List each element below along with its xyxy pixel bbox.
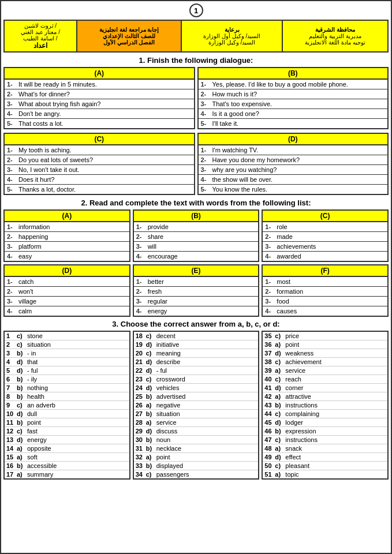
list-item: 4-causes bbox=[263, 306, 387, 316]
list-item: 3-regular bbox=[134, 297, 259, 306]
dialogue-box-a: (A) 1-It will be ready in 5 minutes. 2-W… bbox=[3, 67, 195, 129]
table-row: 39a)service bbox=[263, 366, 387, 375]
table-row: 12c)fast bbox=[5, 427, 129, 436]
answers-col-1: 1c)stone 2c)situation 3b)- in 4d)that 5d… bbox=[3, 331, 130, 480]
table-row: 14a)opposite bbox=[5, 444, 129, 453]
word-list-header-a: (A) bbox=[5, 211, 129, 222]
header-col1: / ثروت لاشين / معتار عبد الغني / اسامة ا… bbox=[4, 20, 77, 52]
list-item: 2-formation bbox=[263, 287, 387, 297]
section1-title: 1. Finish the following dialogue: bbox=[3, 56, 389, 65]
table-row: 28a)service bbox=[134, 418, 259, 427]
list-item: 2-How much is it? bbox=[199, 89, 388, 99]
table-row: 13d)energy bbox=[5, 436, 129, 444]
table-row: 11b)point bbox=[5, 418, 129, 427]
table-row: 31b)necklace bbox=[134, 444, 259, 453]
table-row: 27b)situation bbox=[134, 410, 259, 418]
list-item: 2-share bbox=[134, 232, 259, 242]
list-item: 4-awarded bbox=[263, 252, 387, 261]
section2-title: 2. Read and complete the text with words… bbox=[3, 199, 389, 207]
table-row: 34c)passengers bbox=[134, 470, 259, 478]
table-row: 49d)effect bbox=[263, 453, 387, 462]
table-row: 47c)instructions bbox=[263, 436, 387, 444]
list-item: 4-encourage bbox=[134, 252, 259, 261]
list-item: 3-achievements bbox=[263, 242, 387, 252]
list-item: 3-What about trying fish again? bbox=[5, 99, 194, 109]
dialogue-header-a: (A) bbox=[5, 68, 194, 80]
list-item: 4-Is it a good one? bbox=[199, 109, 388, 119]
list-item: 1-provide bbox=[134, 222, 259, 232]
table-row: 51a)topic bbox=[263, 470, 387, 478]
list-item: 4-Don't be angry. bbox=[5, 109, 194, 119]
list-item: 3-No, I won't take it out. bbox=[5, 165, 194, 175]
list-item: 1-most bbox=[263, 277, 387, 287]
table-row: 46b)expression bbox=[263, 427, 387, 436]
table-row: 6b)- ily bbox=[5, 375, 129, 384]
table-row: 5d)- ful bbox=[5, 366, 129, 375]
table-row: 17a)summary bbox=[5, 470, 129, 478]
list-item: 1-better bbox=[134, 277, 259, 287]
list-item: 5-I'll take it. bbox=[199, 119, 388, 128]
table-row: 30b)noun bbox=[134, 436, 259, 444]
list-item: 2-made bbox=[263, 232, 387, 242]
list-item: 5-Thanks a lot, doctor. bbox=[5, 185, 194, 194]
table-row: 25b)advertised bbox=[134, 392, 259, 401]
dialogue-row-cd: (C) 1-My tooth is aching. 2-Do you eat l… bbox=[3, 133, 389, 195]
word-list-row-abc: (A) 1-information 2-happening 3-platform… bbox=[3, 209, 389, 262]
list-item: 3-village bbox=[5, 297, 129, 306]
dialogue-header-d: (D) bbox=[199, 134, 388, 145]
table-row: 50c)pleasant bbox=[263, 462, 387, 470]
list-item: 2-fresh bbox=[134, 287, 259, 297]
table-row: 33b)displayed bbox=[134, 462, 259, 470]
table-row: 15a)soft bbox=[5, 453, 129, 462]
list-item: 2-Do you eat lots of sweets? bbox=[5, 155, 194, 165]
header-table: / ثروت لاشين / معتار عبد الغني / اسامة ا… bbox=[3, 20, 389, 53]
table-row: 20c)meaning bbox=[134, 349, 259, 358]
word-list-header-f: (F) bbox=[263, 265, 387, 277]
list-item: 1-Yes, please. I'd like to buy a good mo… bbox=[199, 80, 388, 89]
word-list-box-d: (D) 1-catch 2-won't 3-village 4-calm bbox=[3, 264, 130, 317]
word-list-box-c: (C) 1-role 2-made 3-achievements 4-award… bbox=[262, 209, 389, 262]
list-item: 4-easy bbox=[5, 252, 129, 261]
list-item: 2-happening bbox=[5, 232, 129, 242]
table-row: 19d)initiative bbox=[134, 340, 259, 349]
list-item: 5-That costs a lot. bbox=[5, 119, 194, 128]
list-item: 4-Does it hurt? bbox=[5, 175, 194, 185]
word-list-box-a: (A) 1-information 2-happening 3-platform… bbox=[3, 209, 130, 262]
dialogue-row-ab: (A) 1-It will be ready in 5 minutes. 2-W… bbox=[3, 67, 389, 129]
table-row: 9c)an adverb bbox=[5, 401, 129, 410]
answers-container: 1c)stone 2c)situation 3b)- in 4d)that 5d… bbox=[3, 331, 389, 480]
header-col4: محافظة الشرقية مديرية التربية والتعليم ت… bbox=[282, 20, 388, 52]
table-row: 21d)describe bbox=[134, 358, 259, 366]
table-row: 7b)nothing bbox=[5, 384, 129, 392]
table-row: 23c)crossword bbox=[134, 375, 259, 384]
table-row: 41d)corner bbox=[263, 384, 387, 392]
header-col3: برعاية السيد/ وكيل أول الوزارة السيد/ وك… bbox=[181, 20, 282, 52]
dialogue-box-c: (C) 1-My tooth is aching. 2-Do you eat l… bbox=[3, 133, 195, 195]
list-item: 2-won't bbox=[5, 287, 129, 297]
table-row: 43b)instructions bbox=[263, 401, 387, 410]
table-row: 48a)snack bbox=[263, 444, 387, 453]
table-row: 38c)achievement bbox=[263, 358, 387, 366]
table-row: 45d)lodger bbox=[263, 418, 387, 427]
table-row: 24d)vehicles bbox=[134, 384, 259, 392]
list-item: 1-catch bbox=[5, 277, 129, 287]
list-item: 4-the show will be over. bbox=[199, 175, 388, 185]
dialogue-header-c: (C) bbox=[5, 134, 194, 145]
page-number: 1 bbox=[189, 3, 203, 17]
word-list-row-def: (D) 1-catch 2-won't 3-village 4-calm (E)… bbox=[3, 264, 389, 317]
list-item: 3-That's too expensive. bbox=[199, 99, 388, 109]
table-row: 29d)discuss bbox=[134, 427, 259, 436]
list-item: 1-role bbox=[263, 222, 387, 232]
word-list-box-e: (E) 1-better 2-fresh 3-regular 4-energy bbox=[133, 264, 260, 317]
list-item: 3-why are you watching? bbox=[199, 165, 388, 175]
table-row: 8b)health bbox=[5, 392, 129, 401]
dialogue-header-b: (B) bbox=[199, 68, 388, 80]
table-row: 37d)weakness bbox=[263, 349, 387, 358]
table-row: 3b)- in bbox=[5, 349, 129, 358]
list-item: 3-food bbox=[263, 297, 387, 306]
table-row: 36a)point bbox=[263, 340, 387, 349]
list-item: 5-You know the rules. bbox=[199, 185, 388, 194]
table-row: 35c)price bbox=[263, 332, 387, 340]
word-list-header-e: (E) bbox=[134, 265, 259, 277]
list-item: 1-information bbox=[5, 222, 129, 232]
